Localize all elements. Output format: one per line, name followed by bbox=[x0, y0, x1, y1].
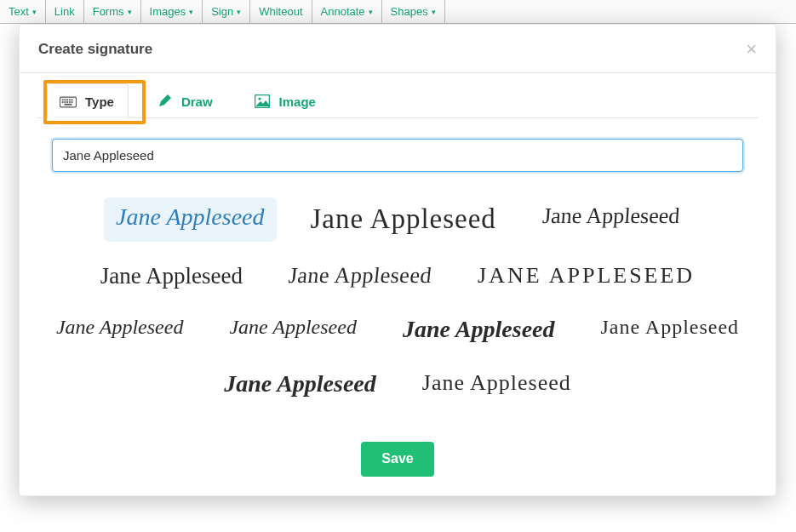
signature-option-2[interactable]: Jane Appleseed bbox=[299, 197, 508, 242]
signature-option-10[interactable]: Jane Appleseed bbox=[589, 310, 752, 349]
svg-rect-6 bbox=[62, 101, 64, 103]
signature-name-input[interactable] bbox=[52, 139, 743, 172]
signature-option-9[interactable]: Jane Appleseed bbox=[391, 310, 567, 349]
toolbar-item-whiteout[interactable]: Whiteout bbox=[250, 0, 312, 23]
toolbar-item-text[interactable]: Text▾ bbox=[0, 0, 46, 23]
keyboard-icon bbox=[60, 95, 77, 109]
svg-rect-4 bbox=[69, 99, 71, 100]
save-button[interactable]: Save bbox=[361, 442, 433, 477]
toolbar-item-link[interactable]: Link bbox=[46, 0, 84, 23]
svg-rect-7 bbox=[64, 101, 66, 103]
tab-draw[interactable]: Draw bbox=[144, 83, 226, 117]
tab-image-label: Image bbox=[279, 94, 316, 109]
tab-type-label: Type bbox=[85, 94, 114, 109]
signature-option-11[interactable]: Jane Appleseed bbox=[212, 364, 388, 403]
signature-option-7[interactable]: Jane Appleseed bbox=[44, 310, 196, 349]
toolbar-item-forms[interactable]: Forms▾ bbox=[84, 0, 141, 23]
modal-body: Type Draw Image Jan bbox=[20, 73, 776, 433]
close-icon[interactable]: × bbox=[746, 40, 757, 59]
signature-option-12[interactable]: Jane Appleseed bbox=[410, 364, 583, 403]
signature-option-1[interactable]: Jane Appleseed bbox=[104, 197, 276, 242]
modal-footer: Save bbox=[20, 433, 776, 495]
signature-style-grid: Jane Appleseed Jane Appleseed Jane Apple… bbox=[37, 182, 759, 426]
svg-rect-2 bbox=[64, 99, 66, 100]
signature-option-3[interactable]: Jane Appleseed bbox=[529, 197, 693, 242]
create-signature-modal: Create signature × Type Draw bbox=[19, 24, 776, 496]
modal-header: Create signature × bbox=[20, 25, 776, 73]
svg-point-13 bbox=[258, 97, 261, 100]
toolbar-item-images[interactable]: Images▾ bbox=[141, 0, 203, 23]
signature-option-8[interactable]: Jane Appleseed bbox=[217, 311, 369, 347]
svg-rect-5 bbox=[72, 99, 73, 100]
svg-rect-10 bbox=[72, 101, 73, 103]
svg-rect-11 bbox=[64, 103, 72, 105]
signature-option-6[interactable]: JANE APPLESEED bbox=[466, 257, 707, 295]
toolbar-item-annotate[interactable]: Annotate▾ bbox=[312, 0, 382, 23]
svg-rect-3 bbox=[66, 99, 68, 100]
toolbar-item-shapes[interactable]: Shapes▾ bbox=[382, 0, 445, 23]
modal-title: Create signature bbox=[38, 41, 152, 58]
editor-toolbar: Text▾ Link Forms▾ Images▾ Sign▾ Whiteout… bbox=[0, 0, 796, 24]
svg-rect-9 bbox=[69, 101, 71, 103]
signature-option-5[interactable]: Jane Appleseed bbox=[275, 257, 446, 295]
tab-image[interactable]: Image bbox=[242, 83, 329, 117]
tab-type[interactable]: Type bbox=[47, 83, 129, 118]
image-icon bbox=[254, 94, 271, 108]
tab-draw-label: Draw bbox=[181, 94, 213, 109]
signature-option-4[interactable]: Jane Appleseed bbox=[89, 257, 255, 295]
signature-mode-tabs: Type Draw Image bbox=[37, 83, 759, 118]
pencil-icon bbox=[156, 94, 173, 108]
svg-rect-1 bbox=[62, 99, 64, 100]
svg-rect-8 bbox=[66, 101, 68, 103]
toolbar-item-sign[interactable]: Sign▾ bbox=[203, 0, 250, 23]
